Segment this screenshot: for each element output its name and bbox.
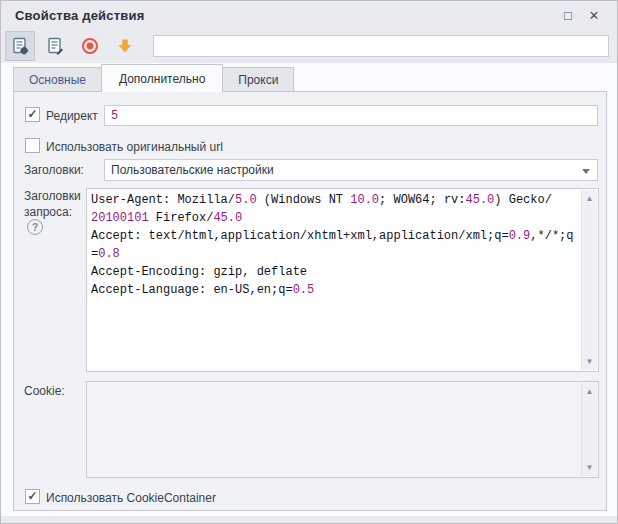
- cookie-container-checkbox[interactable]: ✓: [25, 489, 40, 504]
- record-icon: [80, 36, 100, 56]
- scroll-down-icon[interactable]: ▼: [582, 354, 597, 369]
- request-headers-text: User-Agent: Mozilla/5.0 (Windows NT 10.0…: [87, 189, 581, 371]
- document-edit-icon: [45, 36, 65, 56]
- tab-strip: Основные Дополнительно Прокси: [1, 63, 617, 91]
- scroll-up-icon[interactable]: ▲: [582, 384, 597, 399]
- check-icon: ✓: [27, 108, 37, 120]
- toolbar: [1, 29, 617, 63]
- use-original-url-label: Использовать оригинальный url: [46, 140, 223, 154]
- tab-advanced[interactable]: Дополнительно: [101, 64, 223, 92]
- tab-proxy[interactable]: Прокси: [222, 67, 294, 91]
- toolbar-input[interactable]: [153, 35, 609, 57]
- document-gear-icon: [10, 36, 30, 56]
- headers-label: Заголовки:: [24, 163, 84, 177]
- request-headers-label-line2: запроса:: [24, 205, 72, 219]
- cookie-text: [87, 382, 581, 477]
- window-bottom-edge: [1, 516, 617, 523]
- request-headers-scrollbar[interactable]: ▲ ▼: [581, 190, 597, 370]
- record-button[interactable]: [75, 31, 105, 61]
- tab-main[interactable]: Основные: [13, 67, 102, 91]
- down-arrow-button[interactable]: [110, 31, 140, 61]
- document-settings-button[interactable]: [5, 31, 35, 61]
- title-bar: Свойства действия □ ✕: [1, 1, 617, 29]
- headers-preset-combobox[interactable]: Пользовательские настройки: [104, 159, 598, 181]
- cookie-editor[interactable]: ▲ ▼: [86, 381, 599, 478]
- maximize-button[interactable]: □: [555, 4, 581, 26]
- redirect-checkbox[interactable]: ✓: [25, 107, 40, 122]
- cookie-scrollbar[interactable]: ▲ ▼: [581, 383, 597, 476]
- request-headers-editor[interactable]: User-Agent: Mozilla/5.0 (Windows NT 10.0…: [86, 188, 599, 372]
- redirect-count-input[interactable]: [104, 105, 598, 126]
- redirect-label: Редирект: [46, 109, 98, 123]
- scroll-up-icon[interactable]: ▲: [582, 191, 597, 206]
- check-icon: ✓: [27, 490, 37, 502]
- close-button[interactable]: ✕: [581, 4, 607, 26]
- window-title: Свойства действия: [15, 8, 144, 23]
- help-icon[interactable]: ?: [27, 219, 43, 235]
- properties-window: Свойства действия □ ✕: [0, 0, 618, 524]
- advanced-tab-panel: ✓ Редирект Использовать оригинальный url…: [13, 91, 607, 511]
- cookie-container-label: Использовать CookieContainer: [46, 491, 216, 505]
- document-edit-button[interactable]: [40, 31, 70, 61]
- cookie-label: Cookie:: [24, 384, 65, 398]
- request-headers-label-line1: Заголовки: [24, 189, 81, 203]
- use-original-url-checkbox[interactable]: [25, 138, 40, 153]
- chevron-down-icon: [582, 169, 590, 174]
- scroll-down-icon[interactable]: ▼: [582, 460, 597, 475]
- down-arrow-icon: [115, 36, 135, 56]
- headers-preset-value: Пользовательские настройки: [111, 163, 274, 177]
